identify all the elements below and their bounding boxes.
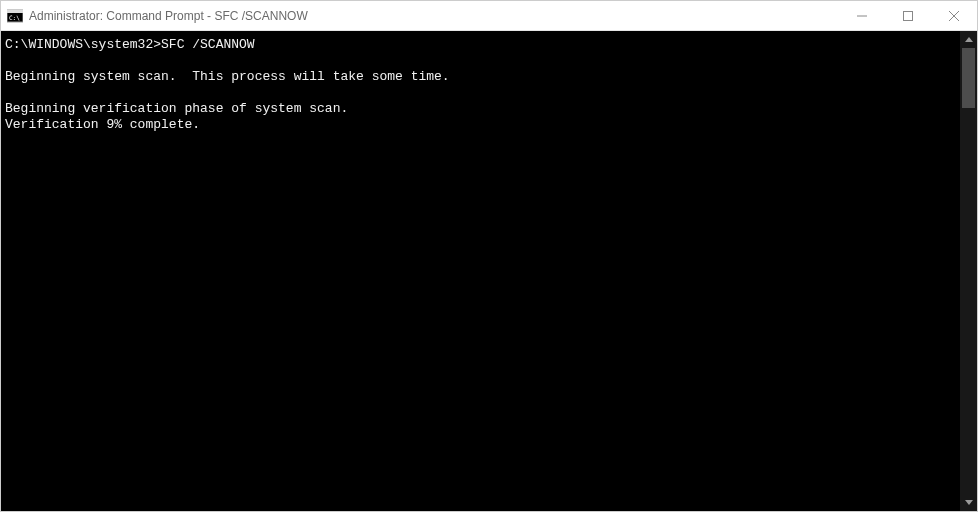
maximize-button[interactable] [885,1,931,31]
minimize-icon [857,11,867,21]
prompt-path: C:\WINDOWS\system32> [5,37,161,52]
window-title: Administrator: Command Prompt - SFC /SCA… [29,9,839,23]
close-icon [949,11,959,21]
minimize-button[interactable] [839,1,885,31]
scroll-track[interactable] [960,48,977,494]
close-button[interactable] [931,1,977,31]
vertical-scrollbar[interactable] [960,31,977,511]
terminal-line: Beginning system scan. This process will… [5,69,450,84]
terminal-output[interactable]: C:\WINDOWS\system32>SFC /SCANNOW Beginni… [1,31,960,511]
titlebar[interactable]: C:\ Administrator: Command Prompt - SFC … [1,1,977,31]
scroll-down-button[interactable] [960,494,977,511]
svg-text:C:\: C:\ [9,14,20,21]
maximize-icon [903,11,913,21]
terminal-line: Verification 9% complete. [5,117,200,132]
scroll-up-button[interactable] [960,31,977,48]
prompt-command: SFC /SCANNOW [161,37,255,52]
content-area: C:\WINDOWS\system32>SFC /SCANNOW Beginni… [1,31,977,511]
svg-rect-4 [904,11,913,20]
svg-rect-1 [7,10,23,13]
scroll-thumb[interactable] [962,48,975,108]
chevron-up-icon [965,37,973,42]
chevron-down-icon [965,500,973,505]
window-controls [839,1,977,30]
command-prompt-window: C:\ Administrator: Command Prompt - SFC … [0,0,978,512]
cmd-icon: C:\ [7,8,23,24]
terminal-line: Beginning verification phase of system s… [5,101,348,116]
